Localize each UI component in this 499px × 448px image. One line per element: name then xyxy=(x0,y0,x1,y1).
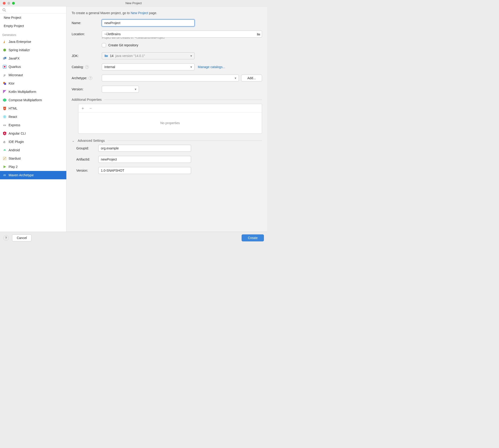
sidebar-item-label: Spring Initializr xyxy=(9,48,30,52)
sidebar-item-label: Android xyxy=(9,148,20,152)
help-button[interactable]: ? xyxy=(3,235,9,241)
sidebar-item-label: Kotlin Multiplatform xyxy=(9,90,36,94)
sidebar-item-compose-multiplatform[interactable]: Compose Multiplatform xyxy=(0,96,66,104)
cancel-button[interactable]: Cancel xyxy=(12,234,32,241)
name-input[interactable] xyxy=(102,19,194,26)
sidebar-search-row xyxy=(0,6,66,14)
groupid-input[interactable] xyxy=(98,145,191,152)
svg-point-20 xyxy=(5,150,5,150)
add-property-button[interactable]: ＋ xyxy=(81,105,85,111)
sidebar-item-express[interactable]: ex Express xyxy=(0,121,66,129)
sidebar-item-label: Play 2 xyxy=(9,165,18,169)
zoom-window-button[interactable] xyxy=(12,2,15,5)
quarkus-icon xyxy=(3,65,6,69)
archetype-dropdown[interactable]: ▾ xyxy=(102,75,239,81)
sidebar-item-html[interactable]: 5 HTML xyxy=(0,104,66,112)
sidebar-item-java-enterprise[interactable]: Java Enterprise xyxy=(0,37,66,46)
browse-folder-icon[interactable] xyxy=(257,32,261,36)
additional-properties-title: Additional Properties xyxy=(72,98,102,101)
sidebar-item-label: Ktor xyxy=(9,81,15,85)
svg-point-13 xyxy=(4,116,5,117)
version-dropdown[interactable]: ▾ xyxy=(102,86,139,93)
sidebar-item-react[interactable]: React xyxy=(0,112,66,121)
create-button[interactable]: Create xyxy=(242,234,264,241)
stardust-icon xyxy=(3,157,6,160)
sidebar-item-label: Express xyxy=(9,123,20,127)
footer: ? Cancel Create xyxy=(0,232,267,244)
sidebar-item-label: Stardust xyxy=(9,157,21,160)
help-icon[interactable]: ? xyxy=(85,65,89,69)
chevron-down-icon: ▾ xyxy=(135,87,136,91)
catalog-dropdown[interactable]: Internal ▾ xyxy=(102,64,194,70)
sidebar-item-android[interactable]: Android xyxy=(0,146,66,154)
sidebar-item-label: New Project xyxy=(4,16,21,19)
git-checkbox[interactable] xyxy=(102,43,106,47)
additional-properties-header: Additional Properties xyxy=(72,98,262,101)
manage-catalogs-link[interactable]: Manage catalogs... xyxy=(198,65,225,69)
sidebar-item-new-project[interactable]: New Project xyxy=(0,14,66,22)
sidebar-item-ide-plugin[interactable]: IDE Plugin xyxy=(0,138,66,146)
sidebar-item-stardust[interactable]: Stardust xyxy=(0,154,66,163)
sidebar-item-javafx[interactable]: JavaFX xyxy=(0,54,66,63)
sail-icon xyxy=(3,40,6,44)
svg-point-19 xyxy=(4,150,4,150)
chevron-down-icon: ▾ xyxy=(190,54,192,58)
jdk-folder-icon xyxy=(104,54,108,58)
sidebar-item-label: Java Enterprise xyxy=(9,40,31,44)
additional-properties-panel: ＋ － No properties xyxy=(78,104,262,134)
sidebar-item-angular-cli[interactable]: A Angular CLI xyxy=(0,129,66,138)
sidebar-item-play2[interactable]: Play 2 xyxy=(0,163,66,171)
sidebar-item-label: Micronaut xyxy=(9,73,23,77)
help-icon[interactable]: ? xyxy=(88,76,92,80)
content-panel: To create a general Maven project, go to… xyxy=(67,6,267,232)
angular-icon: A xyxy=(3,132,6,135)
catalog-label: Catalog: ? xyxy=(72,65,102,69)
svg-line-1 xyxy=(5,11,6,12)
sidebar-item-label: Angular CLI xyxy=(9,132,26,135)
search-icon[interactable] xyxy=(2,8,6,12)
svg-marker-9 xyxy=(3,90,6,93)
title-bar: New Project xyxy=(0,0,267,6)
add-archetype-button[interactable]: Add... xyxy=(241,75,262,81)
svg-point-0 xyxy=(3,9,5,11)
svg-marker-6 xyxy=(4,66,6,68)
git-checkbox-label: Create Git repository xyxy=(108,43,138,47)
ktor-icon xyxy=(3,81,6,85)
location-input[interactable] xyxy=(102,31,262,37)
jdk-dropdown[interactable]: 14 java version "14.0.1" ▾ xyxy=(102,52,194,59)
sidebar-item-micronaut[interactable]: μ Micronaut xyxy=(0,71,66,79)
advanced-settings-header[interactable]: ⌄ Advanced Settings xyxy=(72,139,262,143)
new-project-link[interactable]: New Project xyxy=(131,11,148,15)
sidebar-item-spring-initializr[interactable]: Spring Initializr xyxy=(0,46,66,54)
close-window-button[interactable] xyxy=(3,2,6,5)
jdk-detail: java version "14.0.1" xyxy=(116,54,145,58)
sidebar-item-label: Empty Project xyxy=(4,24,24,28)
jdk-version: 14 xyxy=(110,54,114,58)
sidebar-item-label: Quarkus xyxy=(9,65,21,69)
window-title: New Project xyxy=(0,1,267,5)
sidebar-item-empty-project[interactable]: Empty Project xyxy=(0,22,66,30)
artifactid-input[interactable] xyxy=(98,156,191,163)
kotlin-icon xyxy=(3,90,6,94)
android-icon xyxy=(3,148,6,152)
generators-heading: Generators xyxy=(0,30,66,37)
artifactid-label: ArtifactId: xyxy=(76,158,98,161)
sidebar-item-quarkus[interactable]: Quarkus xyxy=(0,63,66,71)
no-properties-text: No properties xyxy=(78,112,262,133)
advanced-settings-title: Advanced Settings xyxy=(78,139,105,143)
location-label: Location: xyxy=(72,32,102,36)
sidebar-item-ktor[interactable]: Ktor xyxy=(0,79,66,88)
minimize-window-button[interactable] xyxy=(7,2,10,5)
sidebar-item-kotlin-multiplatform[interactable]: Kotlin Multiplatform xyxy=(0,88,66,96)
chevron-down-icon: ⌄ xyxy=(72,139,75,143)
sidebar-item-label: React xyxy=(9,115,17,119)
chevron-down-icon: ▾ xyxy=(235,76,236,80)
adv-version-input[interactable] xyxy=(98,167,191,174)
intro-text: To create a general Maven project, go to… xyxy=(72,11,262,15)
remove-property-button[interactable]: － xyxy=(88,105,93,111)
compose-icon xyxy=(3,98,6,102)
name-label: Name: xyxy=(72,21,102,25)
jdk-label: JDK: xyxy=(72,54,102,58)
sidebar-item-maven-archetype[interactable]: m Maven Archetype xyxy=(0,171,66,179)
chevron-down-icon: ▾ xyxy=(190,65,192,69)
